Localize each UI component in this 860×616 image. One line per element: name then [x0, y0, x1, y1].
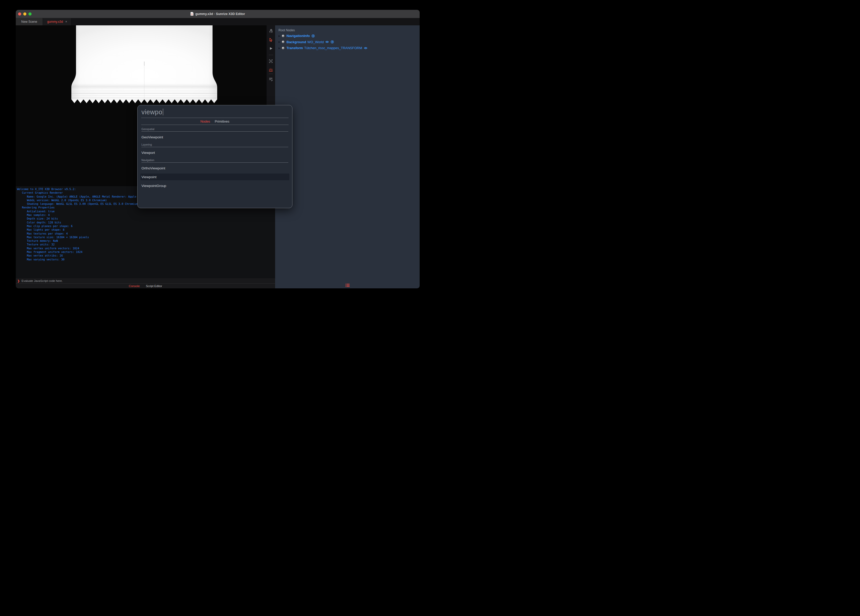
outline-editor-panel: Root Nodes ▶ NavigationInfo ▶ Background…	[275, 25, 420, 288]
dialog-tab-primitives[interactable]: Primitives	[215, 119, 229, 123]
console-line: Depth size: 24 bits	[17, 217, 275, 220]
window-title-group: gummy.x3d · Sunrize X3D Editor	[190, 12, 245, 16]
minimize-window-button[interactable]	[23, 13, 27, 16]
visibility-eye-icon[interactable]	[325, 40, 329, 44]
node-search-row: viewpo	[138, 105, 292, 118]
tab-new-scene-label: New Scene	[21, 20, 37, 24]
console-line: Max texture size: 16384 × 16384 pixels	[17, 235, 275, 239]
list-item-geoviewpoint[interactable]: GeoViewpoint	[140, 134, 289, 140]
outline-header: Root Nodes	[278, 28, 420, 32]
console-line: Max vertex attribs: 16	[17, 254, 275, 257]
script-editor-tool-button[interactable]	[268, 77, 273, 82]
console-input[interactable]: Evaluate JavaScript code here.	[22, 279, 63, 283]
console-line: Max clip planes per shape: 6	[17, 224, 275, 228]
tree-row-transform[interactable]: ▶ Transform Tütchen_rissc_mappes_TRANSFO…	[278, 45, 420, 51]
console-line: Texture units: 32	[17, 243, 275, 246]
dialog-tab-nodes[interactable]: Nodes	[200, 119, 210, 123]
node-def-name[interactable]: Tütchen_rissc_mappes_TRANSFORM	[304, 46, 362, 50]
expander-triangle-icon[interactable]: ▶	[278, 41, 282, 43]
list-item-viewpoint-selected[interactable]: Viewpoint	[140, 173, 289, 180]
node-sphere-icon	[282, 35, 284, 37]
node-type-label[interactable]: Background	[287, 40, 306, 44]
bind-target-icon[interactable]	[311, 34, 315, 38]
console-line: Max samples: 4	[17, 213, 275, 217]
console-line: Color depth: 128 bits	[17, 221, 275, 224]
console-line: Max varying vectors: 30	[17, 258, 275, 261]
node-type-label[interactable]: Transform	[287, 46, 303, 50]
panel-bottom-bar	[275, 284, 420, 287]
tree-row-background[interactable]: ▶ Background WO_World	[278, 39, 420, 45]
section-label-geospatial: Geospatial	[141, 127, 288, 132]
tab-new-scene[interactable]: New Scene	[16, 18, 43, 25]
toolbar-divider	[269, 74, 273, 74]
console-line: Max lights per shape: 8	[17, 228, 275, 231]
tab-gummy-x3d[interactable]: gummy.x3d ×	[43, 18, 72, 25]
play-button[interactable]	[268, 46, 273, 51]
expander-triangle-icon[interactable]: ▶	[278, 47, 282, 49]
dialog-result-list: Geospatial GeoViewpoint Layering Viewpor…	[138, 127, 292, 189]
sunrise-light-button[interactable]	[268, 68, 273, 72]
rendered-package-model	[71, 25, 217, 104]
select-arrow-tool-button[interactable]	[268, 37, 273, 42]
console-line: Texture memory: NaN	[17, 239, 275, 243]
frame-view-button[interactable]	[268, 59, 273, 63]
console-tab-bar: Console Script Editor	[16, 284, 275, 288]
console-input-row: ❯ Evaluate JavaScript code here.	[16, 278, 275, 284]
list-item-viewpointgroup[interactable]: ViewpointGroup	[140, 182, 289, 189]
zoom-window-button[interactable]	[28, 13, 31, 16]
console-line: Max fragment uniform vectors: 1024	[17, 250, 275, 254]
window-title: gummy.x3d · Sunrize X3D Editor	[195, 12, 245, 16]
tree-row-navigationinfo[interactable]: ▶ NavigationInfo	[278, 33, 420, 39]
console-line: Antialiased: true	[17, 209, 275, 213]
node-def-name[interactable]: WO_World	[308, 40, 324, 44]
tab-gummy-label: gummy.x3d	[47, 20, 63, 24]
document-tab-bar: New Scene gummy.x3d ×	[16, 18, 420, 25]
section-label-navigation: Navigation	[141, 159, 288, 163]
window-controls	[18, 10, 31, 18]
node-sphere-icon	[282, 47, 284, 49]
dialog-tab-bar: Nodes Primitives	[138, 118, 292, 125]
tab-script-editor[interactable]: Script Editor	[146, 284, 162, 288]
visibility-eye-icon[interactable]	[364, 46, 367, 50]
tab-console[interactable]: Console	[129, 284, 140, 288]
node-type-label[interactable]: NavigationInfo	[287, 34, 310, 38]
text-cursor	[163, 108, 163, 115]
title-bar: gummy.x3d · Sunrize X3D Editor	[16, 10, 420, 18]
document-icon	[190, 12, 194, 16]
section-label-layering: Layering	[141, 143, 288, 147]
scene-tree: ▶ NavigationInfo ▶ Background WO_World	[278, 33, 420, 51]
bind-target-icon[interactable]	[330, 40, 334, 44]
console-line: Max textures per shape: 4	[17, 232, 275, 235]
list-item-orthoviewpoint[interactable]: OrthoViewpoint	[140, 165, 289, 171]
tab-close-icon[interactable]: ×	[66, 20, 67, 24]
console-line: Max vertex uniform vectors: 1024	[17, 247, 275, 250]
close-window-button[interactable]	[18, 13, 21, 16]
node-search-input[interactable]: viewpo	[141, 108, 162, 116]
create-node-dialog: viewpo Nodes Primitives Geospatial GeoVi…	[137, 105, 292, 208]
node-list-icon[interactable]	[345, 284, 350, 287]
expander-triangle-icon[interactable]: ▶	[278, 35, 282, 37]
list-item-viewport[interactable]: Viewport	[140, 149, 289, 156]
prompt-chevron-icon: ❯	[17, 279, 20, 283]
node-sphere-icon	[282, 41, 284, 43]
pan-hand-tool-button[interactable]	[268, 28, 273, 33]
